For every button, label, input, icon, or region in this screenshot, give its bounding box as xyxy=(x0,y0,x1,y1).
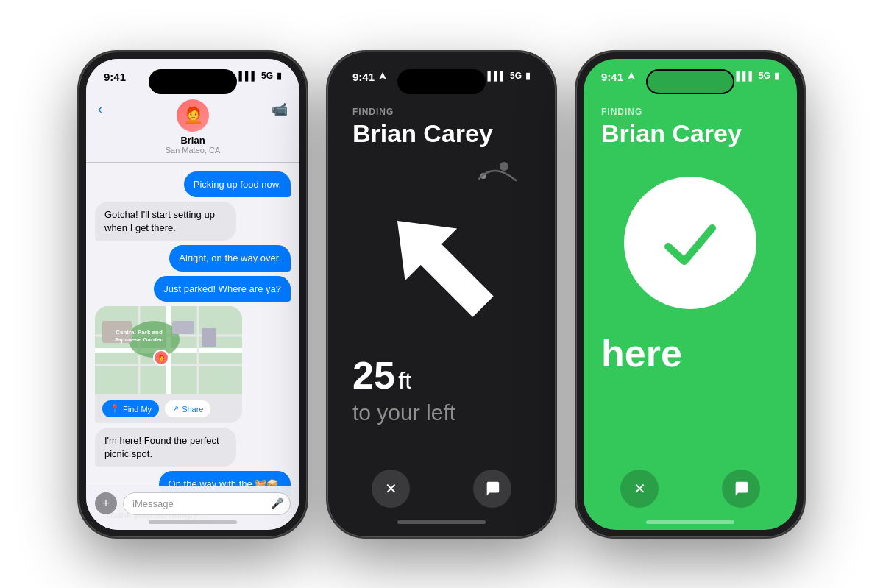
distance-unit: ft xyxy=(398,367,411,394)
message-sent-1: Picking up food now. xyxy=(184,171,291,198)
signal-arc xyxy=(472,158,523,188)
status-time-3: 9:41 xyxy=(601,71,623,83)
network-icon-3: 5G xyxy=(759,71,770,81)
svg-text:🧑‍🦰: 🧑‍🦰 xyxy=(157,354,166,363)
share-icon: ↗ xyxy=(172,404,179,414)
phone-messages: 9:41 ▌▌▌ 5G ▮ ‹ 🧑‍🦰 Brian San Mateo, CA … xyxy=(79,52,307,537)
location-icon-3 xyxy=(628,72,635,81)
home-indicator-2 xyxy=(397,520,486,524)
message-button-2[interactable] xyxy=(473,470,511,508)
status-icons-1: ▌▌▌ 5G ▮ xyxy=(238,71,282,81)
svg-text:Central Park and: Central Park and xyxy=(116,329,163,336)
messages-screen: 9:41 ▌▌▌ 5G ▮ ‹ 🧑‍🦰 Brian San Mateo, CA … xyxy=(86,59,299,530)
location-arrow-2 xyxy=(379,71,386,84)
signal-icon-2: ▌▌▌ xyxy=(487,71,506,81)
home-indicator-3 xyxy=(646,520,734,524)
share-button[interactable]: ↗ Share xyxy=(165,400,210,417)
back-button[interactable]: ‹ xyxy=(98,102,102,117)
bottom-buttons-3: ✕ xyxy=(584,470,797,508)
phones-container: 9:41 ▌▌▌ 5G ▮ ‹ 🧑‍🦰 Brian San Mateo, CA … xyxy=(64,37,819,552)
cancel-button-2[interactable]: ✕ xyxy=(372,470,410,508)
battery-icon-2: ▮ xyxy=(525,71,531,81)
svg-text:Japanese Garden: Japanese Garden xyxy=(115,336,164,343)
contact-location: San Mateo, CA xyxy=(98,146,288,155)
dynamic-island-3 xyxy=(646,69,734,94)
network-icon-2: 5G xyxy=(510,71,522,81)
findmy-dark-background: 9:41 ▌▌▌ 5G ▮ FINDING Bri xyxy=(335,59,548,530)
findmy-green-background: 9:41 ▌▌▌ 5G ▮ FINDING Bri xyxy=(584,59,797,530)
map-bubble: Central Park and Japanese Garden 🧑‍🦰 📍 F… xyxy=(95,306,242,423)
location-icon-2 xyxy=(379,72,386,81)
message-icon-2 xyxy=(484,481,500,497)
svg-rect-8 xyxy=(172,321,194,334)
person-name-3: Brian Carey xyxy=(584,120,797,147)
message-input[interactable]: iMessage xyxy=(123,492,291,515)
findmy-label: Find My xyxy=(123,405,152,414)
distance-direction: to your left xyxy=(335,400,548,425)
map-svg: Central Park and Japanese Garden 🧑‍🦰 xyxy=(95,306,242,394)
phone-findmy-dark: 9:41 ▌▌▌ 5G ▮ FINDING Bri xyxy=(327,52,556,537)
message-received-1: Gotcha! I'll start setting up when I get… xyxy=(95,202,236,241)
status-icons-3: ▌▌▌ 5G ▮ xyxy=(736,71,779,81)
svg-rect-9 xyxy=(202,328,216,347)
network-icon-1: 5G xyxy=(261,71,273,81)
contact-avatar: 🧑‍🦰 xyxy=(177,99,209,132)
map-image: Central Park and Japanese Garden 🧑‍🦰 xyxy=(95,306,242,394)
contact-name: Brian xyxy=(98,135,288,146)
direction-arrow-svg xyxy=(364,191,519,339)
battery-icon-3: ▮ xyxy=(774,71,779,81)
dynamic-island-1 xyxy=(149,69,237,94)
distance-container: 25 ft xyxy=(335,339,548,400)
map-action-buttons: 📍 Find My ↗ Share xyxy=(95,394,242,423)
input-wrapper: iMessage 🎤 xyxy=(123,492,291,515)
findmy-icon: 📍 xyxy=(110,404,120,414)
svg-marker-15 xyxy=(372,194,509,332)
battery-icon-1: ▮ xyxy=(277,71,282,81)
message-sent-2: Alright, on the way over. xyxy=(169,245,291,272)
video-button[interactable]: 📹 xyxy=(272,102,288,118)
dynamic-island-2 xyxy=(397,69,486,94)
add-attachment-button[interactable]: + xyxy=(95,492,117,514)
checkmark-svg xyxy=(653,206,727,280)
message-icon-3 xyxy=(733,481,749,497)
bottom-buttons-2: ✕ xyxy=(335,470,548,508)
findmy-dark-screen: 9:41 ▌▌▌ 5G ▮ FINDING Bri xyxy=(335,59,548,530)
findmy-green-screen: 9:41 ▌▌▌ 5G ▮ FINDING Bri xyxy=(584,59,797,530)
share-label: Share xyxy=(182,405,203,414)
status-time-1: 9:41 xyxy=(104,71,126,83)
checkmark-circle xyxy=(624,177,756,309)
location-arrow-3 xyxy=(628,71,635,84)
signal-area xyxy=(352,155,531,184)
signal-icon-3: ▌▌▌ xyxy=(736,71,755,81)
home-indicator-1 xyxy=(149,520,237,524)
message-sent-3: Just parked! Where are ya? xyxy=(154,276,291,302)
message-received-2: I'm here! Found the perfect picnic spot. xyxy=(95,428,236,467)
messages-background: 9:41 ▌▌▌ 5G ▮ ‹ 🧑‍🦰 Brian San Mateo, CA … xyxy=(86,59,299,530)
signal-icon-1: ▌▌▌ xyxy=(238,71,258,81)
mic-icon[interactable]: 🎤 xyxy=(271,497,283,509)
message-button-3[interactable] xyxy=(722,470,760,508)
cancel-button-3[interactable]: ✕ xyxy=(620,470,659,508)
distance-number: 25 xyxy=(352,354,395,397)
messages-list: Picking up food now. Gotcha! I'll start … xyxy=(86,163,299,530)
status-icons-2: ▌▌▌ 5G ▮ xyxy=(487,71,531,81)
findmy-button[interactable]: 📍 Find My xyxy=(102,400,159,417)
direction-arrow-container xyxy=(335,191,548,339)
phone-findmy-green: 9:41 ▌▌▌ 5G ▮ FINDING Bri xyxy=(576,52,804,537)
person-name-2: Brian Carey xyxy=(335,120,548,147)
status-time-2: 9:41 xyxy=(352,71,375,83)
here-text: here xyxy=(584,309,797,375)
